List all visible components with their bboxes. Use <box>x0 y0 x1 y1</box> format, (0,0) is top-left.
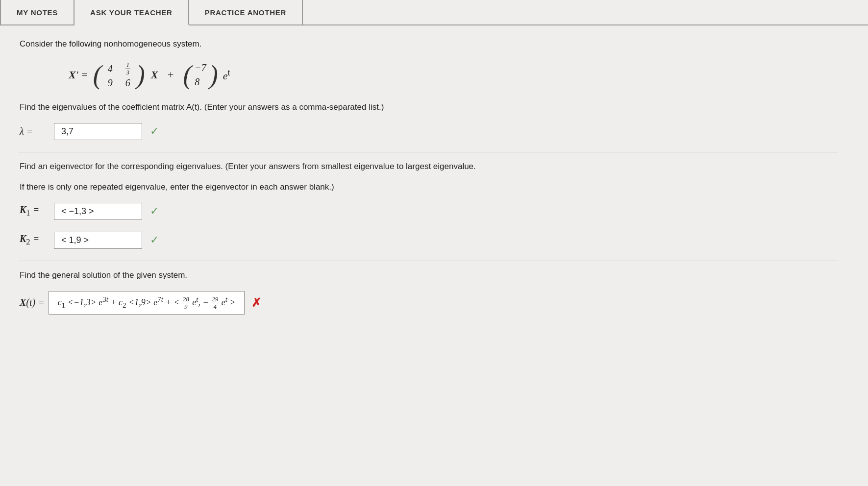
divider-1 <box>20 152 838 153</box>
plus-sign: + <box>163 69 178 81</box>
tab-my-notes[interactable]: MY NOTES <box>0 0 74 24</box>
general-solution-row: X(t) = c1 <−1,3> e3t + c2 <1,9> e7t + < … <box>20 291 838 315</box>
eigenvalue-question-block: Find the eigenvalues of the coefficient … <box>20 102 838 140</box>
eigenvalue-input[interactable]: 3,7 <box>54 123 142 140</box>
K1-label: K1 = <box>20 204 49 218</box>
frac28-num: 28 <box>182 296 190 303</box>
matrix-equation-display: X′ = ( 4 1 3 9 6 ) X <box>69 60 838 91</box>
eigenvector-question-line1: Find an eigenvector for the correspondin… <box>20 162 838 171</box>
general-solution-cross-icon: ✗ <box>251 296 261 310</box>
frac-den: 3 <box>125 69 131 76</box>
K2-answer-row: K2 = < 1,9 > ✓ <box>20 232 838 249</box>
angle-open-3: < <box>174 297 179 307</box>
vector-g: ( −7 8 ) <box>183 61 218 89</box>
angle-close-1: > <box>91 297 97 307</box>
K2-check-icon: ✓ <box>150 234 159 246</box>
general-solution-block: Find the general solution of the given s… <box>20 270 838 315</box>
main-content: Consider the following nonhomogeneous sy… <box>0 25 858 343</box>
angle-open-2: < <box>128 297 134 307</box>
exp-et: et <box>223 68 230 82</box>
K1-input[interactable]: < −1,3 > <box>54 203 142 220</box>
eigenvalue-check-icon: ✓ <box>150 125 159 138</box>
x-prime-label: X′ = <box>69 69 88 81</box>
cell-a21: 9 <box>106 77 115 89</box>
frac29-num: 29 <box>211 296 219 303</box>
K1-check-icon: ✓ <box>150 205 159 218</box>
cell-a11: 4 <box>106 63 115 74</box>
xt-label: X(t) = <box>20 297 45 308</box>
general-solution-question: Find the general solution of the given s… <box>20 270 838 280</box>
left-paren-g: ( <box>183 62 192 88</box>
divider-2 <box>20 261 838 262</box>
angle-close-2: > <box>146 297 151 307</box>
angle-open-1: < <box>68 297 74 307</box>
matrix-A-grid: 4 1 3 9 6 <box>102 60 136 91</box>
g1: −7 <box>195 62 206 73</box>
frac28-den: 9 <box>183 303 189 310</box>
left-paren-A: ( <box>93 62 102 88</box>
eigenvalue-question: Find the eigenvalues of the coefficient … <box>20 102 838 112</box>
X-vector-label: X <box>151 69 158 81</box>
K2-input[interactable]: < 1,9 > <box>54 232 142 249</box>
general-solution-input[interactable]: c1 <−1,3> e3t + c2 <1,9> e7t + < 28 9 et… <box>49 291 245 315</box>
angle-close-3: > <box>229 297 235 307</box>
g2: 8 <box>195 74 206 88</box>
eigenvector-question-line2: If there is only one repeated eigenvalue… <box>20 182 838 192</box>
eigenvalue-answer-row: λ = 3,7 ✓ <box>20 123 838 140</box>
right-paren-g: ) <box>209 62 218 88</box>
eigenvector-question-block: Find an eigenvector for the correspondin… <box>20 162 838 249</box>
tab-practice-another[interactable]: PRACTICE ANOTHER <box>189 0 303 24</box>
frac29-den: 4 <box>212 303 218 310</box>
cell-a12: 1 3 <box>124 62 132 76</box>
matrix-A: ( 4 1 3 9 6 ) <box>93 60 145 91</box>
vector-g-grid: −7 8 <box>192 61 209 89</box>
K1-answer-row: K1 = < −1,3 > ✓ <box>20 203 838 220</box>
right-paren-A: ) <box>136 62 145 88</box>
tab-bar: MY NOTES ASK YOUR TEACHER PRACTICE ANOTH… <box>0 0 868 25</box>
tab-ask-teacher[interactable]: ASK YOUR TEACHER <box>74 0 189 25</box>
cell-a22: 6 <box>124 77 132 89</box>
lambda-label: λ = <box>20 126 49 137</box>
problem-intro: Consider the following nonhomogeneous sy… <box>20 39 838 49</box>
K2-label: K2 = <box>20 233 49 247</box>
frac-num: 1 <box>125 62 131 69</box>
